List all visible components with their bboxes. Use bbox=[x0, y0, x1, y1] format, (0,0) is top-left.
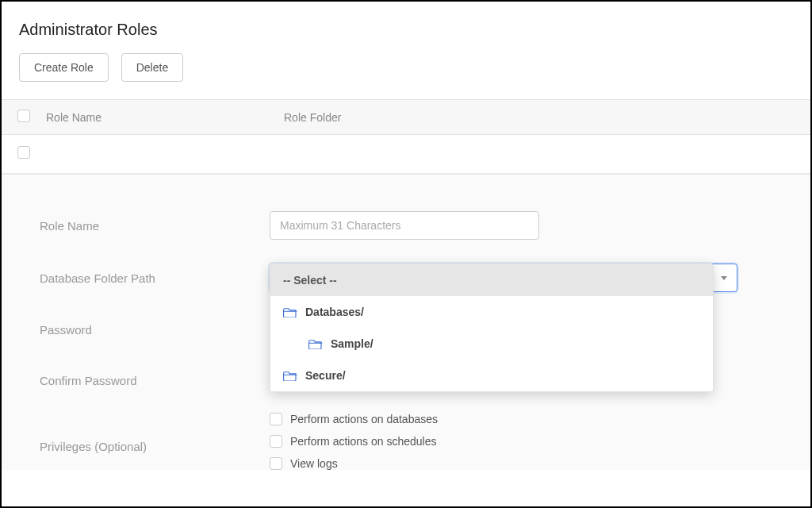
folder-path-label: Database Folder Path bbox=[40, 271, 270, 285]
role-name-label: Role Name bbox=[40, 219, 270, 233]
confirm-password-label: Confirm Password bbox=[40, 374, 270, 387]
delete-button[interactable]: Delete bbox=[121, 53, 183, 82]
folder-icon bbox=[308, 338, 323, 349]
dropdown-option-sample[interactable]: Sample/ bbox=[270, 328, 713, 360]
privilege-checkbox[interactable] bbox=[270, 457, 282, 470]
dropdown-option-label: Sample/ bbox=[331, 337, 373, 350]
privilege-checkbox[interactable] bbox=[270, 413, 282, 425]
privileges-label: Privileges (Optional) bbox=[40, 440, 270, 453]
role-name-input[interactable] bbox=[270, 211, 539, 240]
dropdown-option-label: Secure/ bbox=[305, 369, 346, 382]
dropdown-option-label: Databases/ bbox=[305, 306, 364, 318]
column-role-name: Role Name bbox=[46, 111, 284, 124]
dropdown-option-databases[interactable]: Databases/ bbox=[270, 296, 713, 328]
chevron-down-icon bbox=[721, 276, 727, 280]
page-title: Administrator Roles bbox=[19, 21, 793, 39]
row-checkbox[interactable] bbox=[17, 146, 30, 159]
privilege-text: Perform actions on databases bbox=[290, 413, 438, 425]
dropdown-header: -- Select -- bbox=[270, 264, 713, 296]
folder-icon bbox=[283, 306, 297, 318]
select-all-checkbox[interactable] bbox=[17, 110, 30, 122]
privilege-checkbox[interactable] bbox=[270, 435, 282, 448]
form-panel: Role Name Database Folder Path -- Select… bbox=[2, 174, 810, 470]
table-header: Role Name Role Folder bbox=[2, 99, 810, 135]
privilege-text: Perform actions on schedules bbox=[290, 435, 436, 448]
folder-path-dropdown: -- Select -- Databases/ Sample/ bbox=[270, 264, 714, 392]
folder-icon bbox=[283, 370, 297, 381]
dropdown-option-secure[interactable]: Secure/ bbox=[270, 360, 713, 391]
table-row bbox=[2, 135, 810, 174]
password-label: Password bbox=[40, 323, 270, 337]
create-role-button[interactable]: Create Role bbox=[19, 53, 109, 82]
column-role-folder: Role Folder bbox=[284, 111, 795, 124]
privilege-option[interactable]: Perform actions on databases bbox=[270, 413, 438, 425]
privilege-option[interactable]: Perform actions on schedules bbox=[270, 435, 438, 448]
toolbar: Create Role Delete bbox=[19, 53, 793, 82]
privilege-option[interactable]: View logs bbox=[270, 457, 438, 470]
privilege-text: View logs bbox=[290, 457, 338, 470]
